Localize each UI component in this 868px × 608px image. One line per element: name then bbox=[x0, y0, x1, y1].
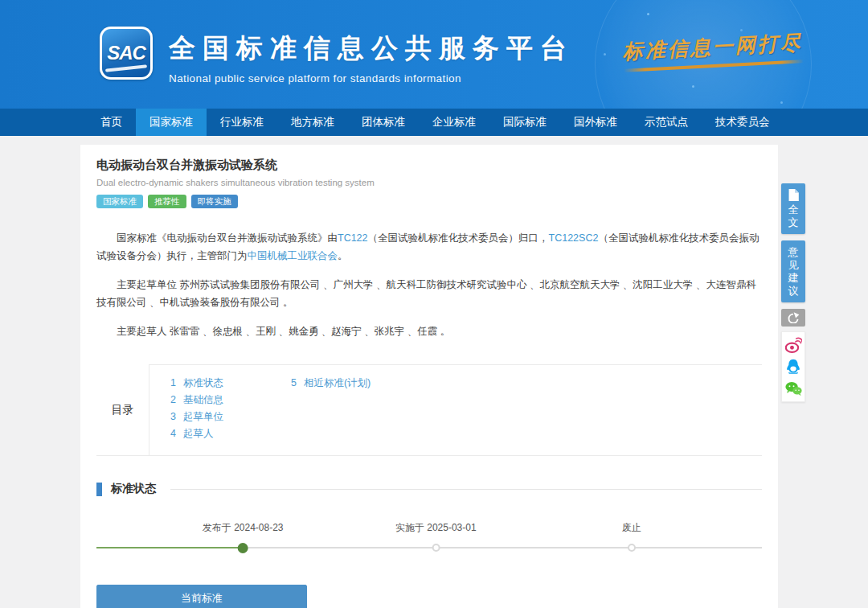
nav-item[interactable]: 国家标准 bbox=[136, 109, 207, 136]
nav-item[interactable]: 行业标准 bbox=[207, 109, 277, 136]
status-tag: 即将实施 bbox=[191, 195, 238, 208]
share-icon bbox=[787, 312, 800, 323]
nav-item[interactable]: 地方标准 bbox=[277, 109, 348, 136]
sac-logo-text: SAC bbox=[107, 42, 145, 64]
status-tag: 国家标准 bbox=[96, 195, 143, 208]
section-title: 标准状态 bbox=[111, 482, 156, 496]
timeline-label: 废止 bbox=[622, 521, 641, 535]
timeline-node: 实施于 2025-03-01 bbox=[395, 521, 477, 553]
tag-list: 国家标准推荐性即将实施 bbox=[96, 195, 762, 208]
page-title: 电动振动台双台并激振动试验系统 bbox=[96, 158, 762, 173]
inline-link[interactable]: TC122 bbox=[338, 232, 368, 244]
toc-column-2: 5相近标准(计划) bbox=[291, 375, 371, 442]
status-tag: 推荐性 bbox=[148, 195, 186, 208]
fulltext-label: 全文 bbox=[788, 203, 799, 229]
sac-logo[interactable]: SAC bbox=[100, 27, 153, 80]
timeline-dot-pending bbox=[628, 544, 636, 552]
qq-icon[interactable] bbox=[786, 359, 800, 375]
timeline-node: 废止 bbox=[622, 521, 641, 553]
paragraph-ownership: 国家标准《电动振动台双台并激振动试验系统》由TC122（全国试验机标准化技术委员… bbox=[96, 229, 762, 265]
brand-block: 全国标准信息公共服务平台 National public service pla… bbox=[169, 31, 574, 84]
paragraph-drafters: 主要起草人 张雷雷 、徐忠根 、王刚 、姚金勇 、赵海宁 、张兆宇 、任霞 。 bbox=[96, 322, 762, 340]
content-panel: 电动振动台双台并激振动试验系统 Dual electro-dynamic sha… bbox=[80, 145, 778, 608]
timeline-dot-done bbox=[238, 543, 248, 553]
share-button[interactable] bbox=[781, 309, 805, 327]
nav-item[interactable]: 国际标准 bbox=[489, 109, 560, 136]
document-icon bbox=[788, 189, 799, 201]
inline-link[interactable]: 中国机械工业联合会 bbox=[248, 250, 338, 261]
text-segment: 。 bbox=[338, 250, 348, 261]
inline-link[interactable]: TC122SC2 bbox=[549, 232, 599, 244]
toc-link[interactable]: 4起草人 bbox=[170, 425, 291, 442]
wechat-icon[interactable] bbox=[785, 380, 802, 396]
toc-column-1: 1标准状态2基础信息3起草单位4起草人 bbox=[170, 375, 291, 442]
logo-swash-decoration bbox=[105, 64, 147, 72]
feedback-button[interactable]: 意见建议 bbox=[781, 240, 805, 302]
nav-item[interactable]: 国外标准 bbox=[560, 109, 631, 136]
nav-item[interactable]: 首页 bbox=[87, 109, 136, 136]
status-timeline: 发布于 2024-08-23实施于 2025-03-01废止 bbox=[96, 517, 762, 561]
page-root: SAC 全国标准信息公共服务平台 National public service… bbox=[0, 0, 868, 608]
toc-link[interactable]: 5相近标准(计划) bbox=[291, 375, 371, 392]
nav-item[interactable]: 示范试点 bbox=[631, 109, 702, 136]
text-segment: （全国试验机标准化技术委员会）归口， bbox=[368, 232, 549, 244]
fulltext-button[interactable]: 全文 bbox=[781, 183, 805, 234]
text-segment: 国家标准《电动振动台双台并激振动试验系统》由 bbox=[117, 232, 338, 244]
site-header: SAC 全国标准信息公共服务平台 National public service… bbox=[0, 0, 868, 109]
toc-link[interactable]: 1标准状态 bbox=[170, 375, 291, 392]
paragraph-drafting-units: 主要起草单位 苏州苏试试验集团股份有限公司 、广州大学 、航天科工防御技术研究试… bbox=[96, 276, 762, 311]
toc: 目录 1标准状态2基础信息3起草单位4起草人 5相近标准(计划) bbox=[96, 364, 762, 456]
nav-item[interactable]: 企业标准 bbox=[419, 109, 489, 136]
site-subtitle: National public service platform for sta… bbox=[169, 72, 574, 84]
section-standard-status: 标准状态 bbox=[96, 482, 762, 496]
card-header: 当前标准 bbox=[97, 585, 306, 608]
timeline-dot-pending bbox=[432, 544, 440, 552]
feedback-label: 意见建议 bbox=[788, 246, 799, 298]
page-title-english: Dual electro-dynamic shakers simultaneou… bbox=[96, 178, 762, 187]
social-share-panel bbox=[781, 331, 805, 402]
toc-body: 1标准状态2基础信息3起草单位4起草人 5相近标准(计划) bbox=[149, 364, 762, 455]
toc-link[interactable]: 3起草单位 bbox=[170, 409, 291, 425]
weibo-icon[interactable] bbox=[785, 337, 802, 353]
timeline-node: 发布于 2024-08-23 bbox=[203, 521, 284, 553]
site-title: 全国标准信息公共服务平台 bbox=[169, 31, 574, 67]
floating-sidebar: 全文 意见建议 bbox=[781, 183, 805, 402]
timeline-label: 发布于 2024-08-23 bbox=[203, 521, 284, 535]
main-nav: 首页国家标准行业标准地方标准团体标准企业标准国际标准国外标准示范试点技术委员会 bbox=[0, 109, 868, 136]
toc-label: 目录 bbox=[96, 364, 149, 455]
section-rule bbox=[170, 489, 762, 490]
nav-item[interactable]: 技术委员会 bbox=[702, 109, 784, 136]
nav-item[interactable]: 团体标准 bbox=[348, 109, 419, 136]
timeline-label: 实施于 2025-03-01 bbox=[395, 521, 477, 535]
toc-link[interactable]: 2基础信息 bbox=[170, 392, 291, 409]
current-standard-card[interactable]: 当前标准 GB/T 44400-2024 即将实施 电动振动台双台并激振动试验系… bbox=[96, 585, 307, 608]
section-marker bbox=[96, 483, 102, 496]
